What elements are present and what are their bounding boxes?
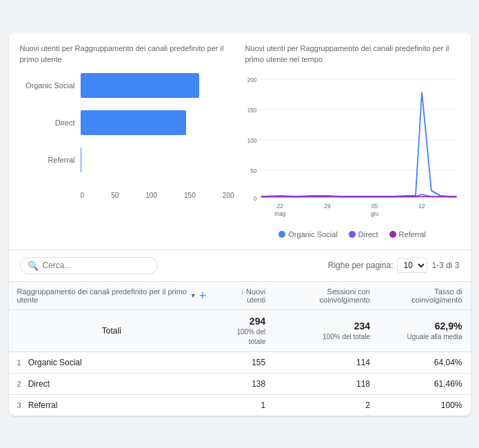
col-dim-dropdown[interactable]: ▼ [190,292,196,299]
bar-label-referral: Referral [20,156,75,164]
total-rate-value: 62,9% [387,320,462,332]
col-header-dim: Raggruppamento dei canali predefinito pe… [9,282,215,310]
total-rate-sub: Uguale alla media [407,333,462,340]
legend-direct: Direct [349,230,378,238]
svg-text:29: 29 [324,202,330,210]
legend-label-direct: Direct [358,230,378,238]
row2-rate: 61,46% [378,373,471,394]
totals-label: Totali [9,309,215,352]
rows-select[interactable]: 10 25 50 [397,258,427,273]
svg-text:200: 200 [247,76,256,83]
bar-fill-referral [81,147,81,172]
totals-row: Totali 294 100% del totale 234 100% del … [9,309,471,352]
total-sessions-sub: 100% del totale [323,333,370,340]
bar-chart-container: Organic Social Direct Refe [20,73,234,199]
totals-sessions: 234 100% del totale [274,309,378,352]
row1-sessions: 114 [274,352,378,373]
total-sessions-value: 234 [282,320,370,332]
row3-new-users: 1 [214,394,274,416]
x-label-200: 200 [223,192,234,199]
bar-row-referral: Referral [20,147,234,172]
svg-text:mag: mag [274,210,285,217]
bar-row-organic: Organic Social [20,73,234,98]
row2-dim: 2 Direct [9,373,215,394]
legend-label-referral: Referral [399,230,426,238]
row1-dim: 1 Organic Social [9,352,215,373]
total-new-users-value: 294 [223,316,265,327]
rows-label: Righe per pagina: [328,261,394,270]
row3-rate: 100% [378,394,471,416]
row3-num: 3 [17,401,21,409]
table-toolbar: 🔍 Righe per pagina: 10 25 50 1-3 di 3 [9,250,471,282]
bar-label-organic: Organic Social [20,81,75,90]
col-header-rate: Tasso di coinvolgimento [378,282,471,310]
x-label-150: 150 [184,192,196,199]
line-chart-title: Nuovi utenti per Raggruppamento dei cana… [245,43,460,65]
bar-label-direct: Direct [20,119,75,127]
row1-name: Organic Social [28,358,82,367]
bar-row-direct: Direct [20,110,234,135]
col-header-new-users[interactable]: ↓ Nuovi utenti [214,282,274,310]
bar-chart-section: Nuovi utenti per Raggruppamento dei cana… [20,43,234,244]
legend-organic: Organic Social [278,230,338,238]
row2-new-users: 138 [214,373,274,394]
row3-dim: 3 Referral [9,394,215,416]
row2-name: Direct [28,379,50,389]
col-header-sessions: Sessioni con coinvolgimento [274,282,378,310]
search-box[interactable]: 🔍 [20,257,158,274]
svg-text:150: 150 [247,106,256,114]
line-chart-section: Nuovi utenti per Raggruppamento dei cana… [245,43,460,244]
page-info: 1-3 di 3 [431,261,459,270]
table-row: 1 Organic Social 155 114 64,04% [9,352,471,373]
legend-dot-direct [349,231,356,238]
rows-per-page-control: Righe per pagina: 10 25 50 1-3 di 3 [328,258,460,273]
organic-social-line [261,92,456,196]
row2-num: 2 [17,380,21,388]
row1-new-users: 155 [214,352,274,373]
row1-rate: 64,04% [378,352,471,373]
add-column-button[interactable]: + [199,289,207,302]
row3-name: Referral [28,400,58,410]
search-input[interactable] [43,261,146,270]
svg-text:05: 05 [371,202,377,210]
svg-text:12: 12 [418,202,425,210]
row3-sessions: 2 [274,394,378,416]
bar-chart-area: Organic Social Direct Refe [20,73,234,189]
svg-text:0: 0 [253,194,256,202]
legend-row: Organic Social Direct Referral [245,225,460,244]
bar-track-organic [81,73,234,98]
bar-track-direct [81,110,234,135]
line-chart-svg: 200 150 100 50 0 22 mag 29 05 g [245,73,460,225]
legend-label-organic: Organic Social [288,230,338,238]
bar-x-axis: 0 50 100 150 200 [81,189,234,199]
sort-arrow-icon: ↓ [241,288,244,296]
totals-rate: 62,9% Uguale alla media [378,309,471,352]
x-label-0: 0 [81,192,85,199]
legend-referral: Referral [389,230,426,238]
bar-chart-title: Nuovi utenti per Raggruppamento dei cana… [20,43,234,65]
legend-dot-referral [389,231,396,238]
bar-fill-direct [81,110,187,135]
table-row: 2 Direct 138 118 61,46% [9,373,471,394]
charts-row: Nuovi utenti per Raggruppamento dei cana… [9,32,471,250]
bar-fill-organic [81,73,200,98]
data-table: Raggruppamento dei canali predefinito pe… [9,282,471,416]
table-row: 3 Referral 1 2 100% [9,394,471,416]
main-card: Nuovi utenti per Raggruppamento dei cana… [9,32,471,416]
x-label-50: 50 [111,192,119,199]
svg-text:giu: giu [371,210,378,217]
total-new-users-sub: 100% del totale [237,328,266,345]
totals-new-users: 294 100% del totale [214,309,274,352]
x-label-100: 100 [145,192,157,199]
search-icon: 🔍 [28,261,39,271]
svg-text:100: 100 [247,136,256,144]
bar-track-referral [81,147,234,172]
svg-text:22: 22 [276,202,283,210]
col-dim-label: Raggruppamento dei canali predefinito pe… [17,287,187,304]
row1-num: 1 [17,358,21,367]
row2-sessions: 118 [274,373,378,394]
line-chart-wrapper: 200 150 100 50 0 22 mag 29 05 g [245,73,460,225]
table-section: 🔍 Righe per pagina: 10 25 50 1-3 di 3 [9,250,471,416]
svg-text:50: 50 [250,167,256,174]
legend-dot-organic [278,231,285,238]
